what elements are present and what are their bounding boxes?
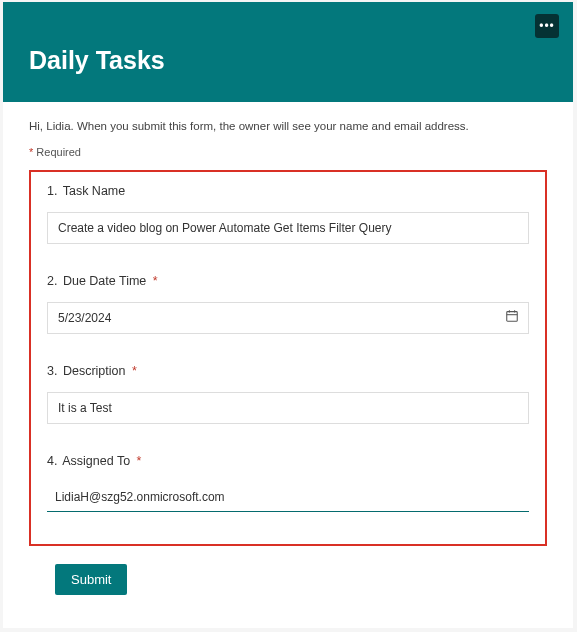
- question-number: 4.: [47, 454, 57, 468]
- submit-button[interactable]: Submit: [55, 564, 127, 595]
- required-asterisk: *: [153, 274, 158, 288]
- task-name-input[interactable]: [47, 212, 529, 244]
- due-date-label: 2. Due Date Time *: [47, 274, 529, 288]
- required-asterisk: *: [137, 454, 142, 468]
- question-number: 1.: [47, 184, 57, 198]
- form-content: Hi, Lidia. When you submit this form, th…: [3, 102, 573, 595]
- more-horizontal-icon: •••: [539, 20, 555, 32]
- assigned-to-input[interactable]: [47, 482, 529, 512]
- question-description: 3. Description *: [47, 364, 529, 424]
- form-header: ••• Daily Tasks: [3, 2, 573, 102]
- intro-text: Hi, Lidia. When you submit this form, th…: [29, 120, 547, 132]
- page: ••• Daily Tasks Hi, Lidia. When you subm…: [3, 2, 573, 628]
- question-assigned-to: 4. Assigned To *: [47, 454, 529, 512]
- question-number: 2.: [47, 274, 57, 288]
- required-asterisk: *: [132, 364, 137, 378]
- task-name-label: 1. Task Name: [47, 184, 529, 198]
- question-task-name: 1. Task Name: [47, 184, 529, 244]
- due-date-input[interactable]: [47, 302, 529, 334]
- question-number: 3.: [47, 364, 57, 378]
- date-field-wrap: [47, 302, 529, 334]
- required-label: Required: [33, 146, 81, 158]
- required-note: * Required: [29, 146, 547, 158]
- question-due-date: 2. Due Date Time *: [47, 274, 529, 334]
- question-text: Task Name: [63, 184, 126, 198]
- assigned-to-label: 4. Assigned To *: [47, 454, 529, 468]
- description-label: 3. Description *: [47, 364, 529, 378]
- question-text: Due Date Time: [63, 274, 146, 288]
- question-text: Description: [63, 364, 126, 378]
- questions-highlight-box: 1. Task Name 2. Due Date Time *: [29, 170, 547, 546]
- form-title: Daily Tasks: [29, 46, 547, 75]
- question-text: Assigned To: [62, 454, 130, 468]
- description-input[interactable]: [47, 392, 529, 424]
- more-options-button[interactable]: •••: [535, 14, 559, 38]
